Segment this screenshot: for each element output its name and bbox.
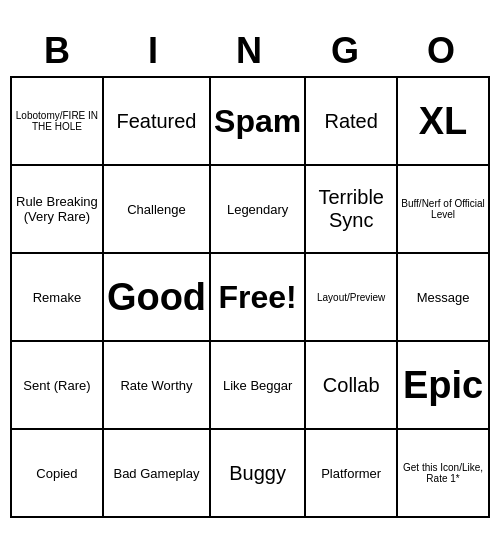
bingo-cell-12: Free!: [211, 254, 306, 342]
bingo-cell-15: Sent (Rare): [12, 342, 104, 430]
bingo-cell-6: Challenge: [104, 166, 211, 254]
bingo-cell-9: Buff/Nerf of Official Level: [398, 166, 490, 254]
bingo-cell-5: Rule Breaking (Very Rare): [12, 166, 104, 254]
bingo-cell-24: Get this Icon/Like, Rate 1*: [398, 430, 490, 518]
bingo-cell-7: Legendary: [211, 166, 306, 254]
bingo-cell-10: Remake: [12, 254, 104, 342]
bingo-cell-13: Layout/Preview: [306, 254, 398, 342]
bingo-cell-19: Epic: [398, 342, 490, 430]
bingo-cell-17: Like Beggar: [211, 342, 306, 430]
bingo-cell-4: XL: [398, 78, 490, 166]
bingo-cell-0: Lobotomy/FIRE IN THE HOLE: [12, 78, 104, 166]
bingo-cell-1: Featured: [104, 78, 211, 166]
bingo-cell-23: Platformer: [306, 430, 398, 518]
bingo-cell-18: Collab: [306, 342, 398, 430]
bingo-header: B I N G O: [10, 26, 490, 76]
bingo-cell-22: Buggy: [211, 430, 306, 518]
bingo-cell-16: Rate Worthy: [104, 342, 211, 430]
bingo-cell-14: Message: [398, 254, 490, 342]
bingo-cell-21: Bad Gameplay: [104, 430, 211, 518]
header-i: I: [106, 26, 202, 76]
bingo-cell-11: Good: [104, 254, 211, 342]
header-n: N: [202, 26, 298, 76]
header-o: O: [394, 26, 490, 76]
bingo-cell-20: Copied: [12, 430, 104, 518]
header-b: B: [10, 26, 106, 76]
bingo-cell-8: Terrible Sync: [306, 166, 398, 254]
bingo-grid: Lobotomy/FIRE IN THE HOLEFeaturedSpamRat…: [10, 76, 490, 518]
bingo-cell-2: Spam: [211, 78, 306, 166]
bingo-card: B I N G O Lobotomy/FIRE IN THE HOLEFeatu…: [10, 26, 490, 518]
header-g: G: [298, 26, 394, 76]
bingo-cell-3: Rated: [306, 78, 398, 166]
